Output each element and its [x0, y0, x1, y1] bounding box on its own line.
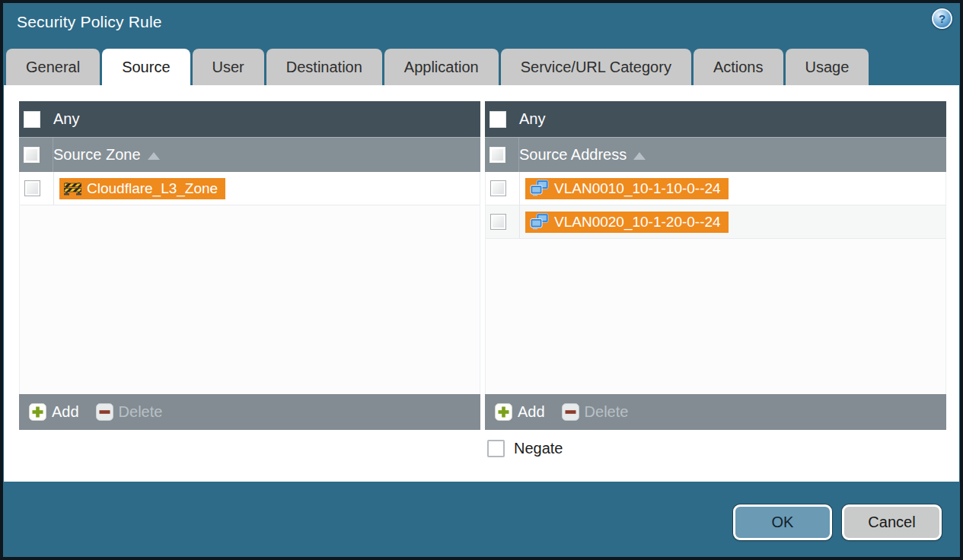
add-button[interactable]: Add — [495, 403, 545, 421]
any-label: Any — [519, 110, 545, 128]
negate-row: Negate — [487, 440, 563, 457]
source-address-any-checkbox[interactable] — [489, 111, 506, 128]
table-row[interactable]: Cloudflare_L3_Zone — [20, 172, 480, 205]
negate-label: Negate — [514, 440, 563, 457]
help-icon[interactable]: ? — [932, 8, 952, 29]
add-label: Add — [52, 403, 79, 421]
address-name: VLAN0010_10-1-10-0--24 — [554, 180, 721, 197]
source-address-table-body: VLAN0010_10-1-10-0--24 — [485, 172, 946, 394]
source-address-column-header[interactable]: Source Address — [485, 137, 946, 172]
any-checkbox-cell — [19, 101, 53, 137]
row-checkbox-cell — [486, 205, 520, 238]
source-zone-any-header: Any — [19, 101, 480, 137]
delete-label: Delete — [585, 403, 629, 421]
source-address-panel: Any Source Address — [485, 101, 946, 430]
cancel-button[interactable]: Cancel — [842, 504, 942, 540]
help-glyph: ? — [939, 12, 945, 25]
zone-barrier-icon — [64, 181, 81, 196]
source-zone-select-all-checkbox[interactable] — [24, 147, 40, 163]
address-chip[interactable]: VLAN0010_10-1-10-0--24 — [525, 178, 729, 199]
select-all-cell — [485, 138, 519, 172]
row-checkbox-cell — [486, 172, 520, 205]
tab-user[interactable]: User — [193, 49, 264, 85]
source-address-toolbar: Add Delete — [485, 394, 946, 430]
row-checkbox-cell — [20, 172, 54, 205]
source-zone-toolbar: Add Delete — [19, 394, 480, 430]
zone-name: Cloudflare_L3_Zone — [87, 180, 218, 197]
plus-icon — [29, 403, 46, 421]
sort-ascending-icon — [148, 152, 160, 160]
ok-button[interactable]: OK — [733, 504, 832, 540]
zone-chip[interactable]: Cloudflare_L3_Zone — [59, 178, 225, 199]
minus-icon — [562, 403, 579, 421]
any-label: Any — [53, 110, 79, 128]
plus-icon — [495, 403, 512, 421]
row-checkbox[interactable] — [490, 214, 506, 230]
select-all-cell — [19, 138, 53, 172]
source-zone-panel: Any Source Zone — [19, 101, 480, 430]
source-zone-column-header[interactable]: Source Zone — [19, 137, 480, 172]
add-button[interactable]: Add — [29, 403, 79, 421]
tab-bar: General Source User Destination Applicat… — [6, 49, 869, 85]
tab-application[interactable]: Application — [384, 49, 499, 85]
tab-general[interactable]: General — [6, 49, 100, 85]
add-label: Add — [518, 403, 545, 421]
source-zone-table-body: Cloudflare_L3_Zone — [19, 172, 480, 394]
network-address-icon — [530, 213, 549, 231]
source-address-any-header: Any — [485, 101, 946, 137]
row-checkbox[interactable] — [24, 180, 40, 196]
row-checkbox[interactable] — [490, 180, 506, 196]
dialog-title: Security Policy Rule — [17, 13, 162, 31]
table-row[interactable]: VLAN0010_10-1-10-0--24 — [486, 172, 945, 205]
delete-label: Delete — [119, 403, 163, 421]
sort-ascending-icon — [633, 152, 646, 160]
column-header-label: Source Address — [519, 146, 627, 164]
column-header-label: Source Zone — [53, 146, 141, 164]
any-checkbox-cell — [485, 101, 519, 137]
content-area: Any Source Zone — [4, 85, 959, 482]
source-address-select-all-checkbox[interactable] — [489, 147, 505, 163]
address-name: VLAN0020_10-1-20-0--24 — [554, 214, 721, 231]
network-address-icon — [530, 180, 549, 197]
source-zone-any-checkbox[interactable] — [24, 111, 40, 128]
address-chip[interactable]: VLAN0020_10-1-20-0--24 — [525, 212, 729, 233]
minus-icon — [96, 403, 113, 421]
delete-button[interactable]: Delete — [96, 403, 163, 421]
tab-source[interactable]: Source — [102, 49, 190, 85]
negate-checkbox[interactable] — [487, 440, 505, 457]
tab-actions[interactable]: Actions — [694, 49, 783, 85]
tab-usage[interactable]: Usage — [786, 49, 869, 85]
tab-service-url-category[interactable]: Service/URL Category — [501, 49, 691, 85]
security-policy-rule-dialog: Security Policy Rule ? General Source Us… — [0, 0, 963, 560]
tab-destination[interactable]: Destination — [266, 49, 382, 85]
delete-button[interactable]: Delete — [562, 403, 629, 421]
table-row[interactable]: VLAN0020_10-1-20-0--24 — [486, 205, 945, 239]
